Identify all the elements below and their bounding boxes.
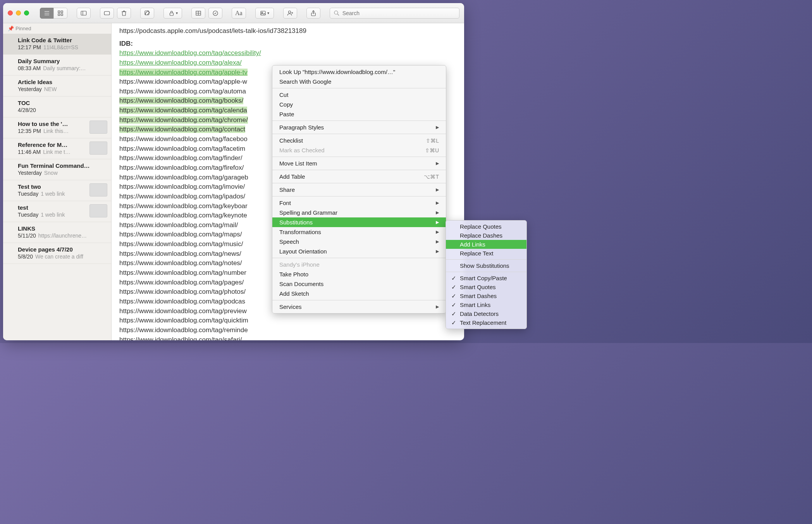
media-button[interactable]: ▾ — [255, 8, 274, 19]
note-item[interactable]: Article Ideas YesterdayNEW — [3, 76, 111, 97]
checklist-button[interactable] — [208, 8, 222, 19]
note-title: LINKS — [18, 225, 106, 232]
check-icon: ✓ — [451, 310, 456, 317]
menu-item-label: Paragraph Styles — [279, 124, 324, 131]
note-title: Device pages 4/7/20 — [18, 246, 106, 253]
svg-rect-11 — [170, 13, 173, 16]
note-item[interactable]: How to use the '… 12:35 PMLink this… — [3, 117, 111, 138]
menu-item[interactable]: Paste — [272, 109, 446, 119]
chevron-right-icon: ▶ — [436, 304, 439, 309]
menu-item[interactable]: Share▶ — [272, 185, 446, 195]
minimize-window-button[interactable] — [16, 10, 21, 16]
submenu-item-label: Smart Dashes — [460, 293, 497, 299]
menu-item[interactable]: Font▶ — [272, 198, 446, 208]
submenu-item[interactable]: Add Links — [446, 240, 526, 249]
collaborate-button[interactable] — [283, 8, 297, 19]
lock-button[interactable]: ▾ — [163, 8, 182, 19]
note-title: Reference for M… — [18, 141, 86, 148]
sidebar-toggle-button[interactable] — [77, 8, 91, 19]
submenu-item[interactable]: ✓Smart Dashes — [446, 291, 526, 300]
submenu-item-label: Smart Copy/Paste — [460, 275, 507, 281]
search-field[interactable] — [330, 8, 459, 19]
submenu-item-label: Smart Links — [460, 302, 490, 308]
search-input[interactable] — [342, 10, 456, 16]
attachments-button[interactable] — [100, 8, 114, 19]
delete-button[interactable] — [117, 8, 131, 19]
note-title: Article Ideas — [18, 79, 106, 85]
list-view-button[interactable] — [40, 8, 54, 19]
share-button[interactable] — [306, 8, 320, 19]
check-icon: ✓ — [451, 302, 456, 309]
context-menu[interactable]: Look Up "https://www.idownloadblog.com/…… — [272, 65, 446, 314]
menu-item[interactable]: Layout Orientation▶ — [272, 246, 446, 256]
menu-item-label: Spelling and Grammar — [279, 209, 337, 216]
compose-icon — [144, 10, 151, 17]
menu-shortcut: ⇧⌘U — [425, 147, 439, 153]
content-line: https://www.idownloadblog.com/tag/remind… — [119, 326, 456, 335]
menu-item-label: Font — [279, 200, 291, 206]
submenu-item[interactable]: ✓Smart Links — [446, 300, 526, 309]
menu-item[interactable]: Add Sketch — [272, 289, 446, 298]
menu-item[interactable]: Checklist⇧⌘L — [272, 136, 446, 145]
menu-item[interactable]: Cut — [272, 90, 446, 100]
link[interactable]: https://www.idownloadblog.com/tag/apple-… — [119, 69, 248, 76]
submenu-item[interactable]: ✓Smart Copy/Paste — [446, 274, 526, 283]
menu-shortcut: ⇧⌘L — [426, 138, 439, 144]
chevron-right-icon: ▶ — [436, 210, 439, 215]
svg-rect-7 — [81, 11, 86, 15]
submenu-item-label: Replace Dashes — [460, 232, 502, 239]
submenu-item[interactable]: Replace Text — [446, 249, 526, 258]
menu-item[interactable]: Search With Google — [272, 77, 446, 86]
menu-item[interactable]: Move List Item▶ — [272, 159, 446, 168]
menu-item-label: Share — [279, 186, 295, 193]
submenu-item[interactable]: ✓Text Replacement — [446, 318, 526, 327]
note-item[interactable]: Test two Tuesday1 web link — [3, 180, 111, 201]
menu-item[interactable]: Substitutions▶ — [272, 217, 446, 227]
lock-icon — [168, 10, 175, 17]
note-item[interactable]: Daily Summary 08:33 AMDaily summary:… — [3, 55, 111, 76]
new-note-button[interactable] — [140, 8, 154, 19]
sidebar-icon — [80, 10, 87, 17]
zoom-window-button[interactable] — [24, 10, 29, 16]
note-item[interactable]: Fun Terminal Command… YesterdaySnow — [3, 159, 111, 180]
trash-icon — [120, 10, 127, 17]
submenu-item[interactable]: ✓Data Detectors — [446, 309, 526, 318]
section-header: IDB: — [119, 39, 456, 49]
menu-item[interactable]: Transformations▶ — [272, 227, 446, 237]
menu-item[interactable]: Look Up "https://www.idownloadblog.com/…… — [272, 67, 446, 77]
menu-item[interactable]: Add Table⌥⌘T — [272, 172, 446, 181]
pinned-label: Pinned — [15, 26, 31, 31]
link[interactable]: https://www.idownloadblog.com/tag/alexa/ — [119, 59, 242, 66]
grid-view-button[interactable] — [53, 8, 67, 19]
table-button[interactable] — [191, 8, 205, 19]
menu-item[interactable]: Take Photo — [272, 269, 446, 279]
note-title: Fun Terminal Command… — [18, 162, 106, 169]
note-item[interactable]: Device pages 4/7/20 5/8/20We can create … — [3, 243, 111, 264]
check-icon: ✓ — [451, 284, 456, 291]
menu-item[interactable]: Services▶ — [272, 302, 446, 312]
note-item[interactable]: test Tuesday1 web link — [3, 201, 111, 222]
submenu-item[interactable]: Show Substitutions — [446, 261, 526, 270]
pin-icon: 📌 — [8, 26, 14, 31]
menu-item[interactable]: Scan Documents — [272, 279, 446, 289]
note-item[interactable]: Reference for M… 11:46 AMLink me t… — [3, 138, 111, 159]
format-button[interactable]: Aa — [232, 8, 246, 19]
close-window-button[interactable] — [8, 10, 13, 16]
note-subtitle: 08:33 AMDaily summary:… — [18, 65, 106, 71]
menu-item-label: Mark as Checked — [279, 147, 325, 153]
note-item[interactable]: TOC 4/28/20 — [3, 97, 111, 117]
submenu-item[interactable]: Replace Dashes — [446, 231, 526, 240]
note-item[interactable]: Link Code & Twitter 12:17 PM11I4L8&ct=SS — [3, 34, 111, 55]
person-add-icon — [287, 10, 294, 17]
submenu-item[interactable]: Replace Quotes — [446, 222, 526, 231]
menu-item[interactable]: Spelling and Grammar▶ — [272, 208, 446, 217]
substitutions-submenu[interactable]: Replace QuotesReplace DashesAdd LinksRep… — [446, 220, 527, 329]
note-item[interactable]: LINKS 5/11/20https://launchrene… — [3, 222, 111, 243]
menu-item[interactable]: Copy — [272, 100, 446, 109]
note-title: test — [18, 204, 86, 211]
menu-item-label: Paste — [279, 111, 294, 117]
link[interactable]: https://www.idownloadblog.com/tag/access… — [119, 49, 261, 57]
submenu-item[interactable]: ✓Smart Quotes — [446, 283, 526, 291]
menu-item[interactable]: Paragraph Styles▶ — [272, 122, 446, 132]
menu-item[interactable]: Speech▶ — [272, 237, 446, 246]
